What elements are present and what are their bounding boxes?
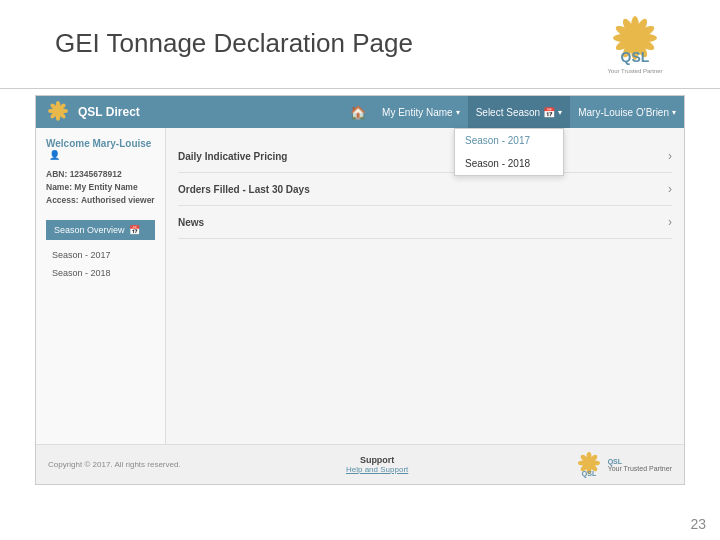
access-line: Access: Authorised viewer (46, 194, 155, 207)
app-header-logo-icon (44, 101, 72, 123)
footer-support: Support Help and Support (346, 455, 408, 474)
page-title: GEI Tonnage Declaration Page (55, 28, 413, 59)
name-line: Name: My Entity Name (46, 181, 155, 194)
app-header-nav: 🏠 My Entity Name ▾ Select Season 📅 ▾ Mar… (342, 96, 684, 128)
svg-point-12 (629, 32, 641, 44)
title-divider (0, 88, 720, 89)
qsl-logo-main: QSL Your Trusted Partner (590, 10, 680, 80)
sidebar-season-2018[interactable]: Season - 2018 (46, 264, 155, 282)
content-row-orders[interactable]: Orders Filled - Last 30 Days › (178, 173, 672, 206)
page-number: 23 (690, 516, 706, 532)
caret-icon: ▾ (672, 108, 676, 117)
caret-icon: ▾ (456, 108, 460, 117)
svg-point-23 (55, 108, 61, 114)
user-info: ABN: 12345678912 Name: My Entity Name Ac… (46, 168, 155, 206)
svg-point-32 (586, 460, 592, 466)
svg-text:QSL: QSL (581, 470, 596, 478)
nav-user-name[interactable]: Mary-Louise O'Brien ▾ (570, 96, 684, 128)
sidebar: Welcome Mary-Louise 👤 ABN: 12345678912 N… (36, 128, 166, 444)
footer-qsl-logo: QSL QSL Your Trusted Partner (574, 452, 672, 478)
home-icon[interactable]: 🏠 (342, 105, 374, 120)
sidebar-season-2017[interactable]: Season - 2017 (46, 246, 155, 264)
app-footer: Copyright © 2017. All rights reserved. S… (36, 444, 684, 484)
content-row-news[interactable]: News › (178, 206, 672, 239)
footer-copyright: Copyright © 2017. All rights reserved. (48, 460, 181, 469)
svg-text:QSL: QSL (621, 49, 650, 65)
content-row-pricing[interactable]: Daily Indicative Pricing › (178, 140, 672, 173)
browser-frame: QSL Direct 🏠 My Entity Name ▾ Select Sea… (35, 95, 685, 485)
app-brand-label: QSL Direct (78, 105, 140, 119)
footer-qsl-text: QSL Your Trusted Partner (608, 458, 672, 472)
nav-select-season[interactable]: Select Season 📅 ▾ (468, 96, 571, 128)
slide: GEI Tonnage Declaration Page QSL Your (0, 0, 720, 540)
svg-text:Your Trusted Partner: Your Trusted Partner (607, 68, 662, 74)
welcome-section: Welcome Mary-Louise 👤 ABN: 12345678912 N… (46, 138, 155, 206)
abn-line: ABN: 12345678912 (46, 168, 155, 181)
app-header: QSL Direct 🏠 My Entity Name ▾ Select Sea… (36, 96, 684, 128)
qsl-footer-logo-icon: QSL (574, 452, 604, 478)
season-dropdown: Season - 2017 Season - 2018 (454, 128, 564, 176)
main-content: Daily Indicative Pricing › Orders Filled… (166, 128, 684, 444)
user-icon: 👤 (49, 150, 60, 160)
season-dropdown-item[interactable]: Season - 2018 (455, 152, 563, 175)
app-body: Welcome Mary-Louise 👤 ABN: 12345678912 N… (36, 128, 684, 444)
calendar-icon: 📅 (543, 107, 555, 118)
arrow-icon: › (668, 149, 672, 163)
caret-icon: ▾ (558, 108, 562, 117)
season-overview-button[interactable]: Season Overview 📅 (46, 220, 155, 240)
arrow-icon: › (668, 182, 672, 196)
welcome-text: Welcome Mary-Louise 👤 (46, 138, 155, 160)
season-dropdown-item[interactable]: Season - 2017 (455, 129, 563, 152)
arrow-icon: › (668, 215, 672, 229)
help-support-link[interactable]: Help and Support (346, 465, 408, 474)
calendar-icon: 📅 (129, 225, 140, 235)
nav-my-entity[interactable]: My Entity Name ▾ (374, 96, 468, 128)
